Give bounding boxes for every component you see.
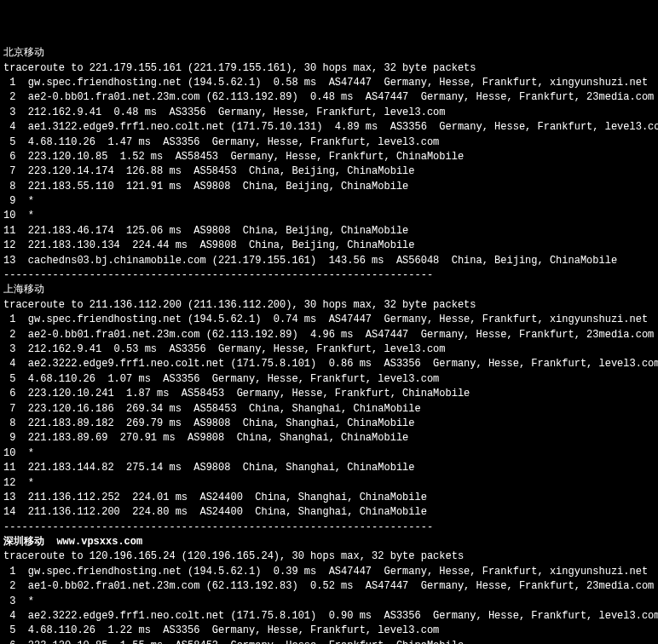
hop-line: 3 212.162.9.41 0.53 ms AS3356 Germany, H…: [3, 342, 655, 357]
hop-line: 1 gw.spec.friendhosting.net (194.5.62.1)…: [3, 565, 655, 579]
hop-line: 8 221.183.55.110 121.91 ms AS9808 China,…: [3, 180, 655, 194]
hop-line: 13 cachedns03.bj.chinamobile.com (221.17…: [3, 254, 655, 268]
hop-line: 6 223.120.10.241 1.87 ms AS58453 Germany…: [3, 387, 655, 401]
hop-line: 10 *: [3, 209, 655, 223]
hop-line: 9 *: [3, 194, 655, 209]
hop-line: 3 *: [3, 595, 655, 609]
terminal-output: 北京移动traceroute to 221.179.155.161 (221.1…: [3, 46, 655, 644]
hop-line: 4 ae2.3222.edge9.frf1.neo.colt.net (171.…: [3, 609, 655, 624]
hop-line: 6 223.120.10.85 1.52 ms AS58453 Germany,…: [3, 150, 655, 164]
hop-line: 7 223.120.14.174 126.88 ms AS58453 China…: [3, 164, 655, 179]
hop-line: 2 ae1-0.bb02.fra01.net.23m.com (62.113.1…: [3, 579, 655, 594]
hop-line: 2 ae2-0.bb01.fra01.net.23m.com (62.113.1…: [3, 90, 655, 105]
hop-line: 7 223.120.16.186 269.34 ms AS58453 China…: [3, 402, 655, 417]
traceroute-header: traceroute to 221.179.155.161 (221.179.1…: [3, 61, 655, 76]
hop-line: 2 ae2-0.bb01.fra01.net.23m.com (62.113.1…: [3, 328, 655, 342]
hop-line: 5 4.68.110.26 1.22 ms AS3356 Germany, He…: [3, 624, 655, 638]
hop-line: 12 *: [3, 476, 655, 491]
separator: ----------------------------------------…: [3, 520, 655, 535]
section-title: 北京移动: [3, 46, 655, 60]
hop-line: 5 4.68.110.26 1.47 ms AS3356 Germany, He…: [3, 135, 655, 150]
hop-line: 1 gw.spec.friendhosting.net (194.5.62.1)…: [3, 313, 655, 327]
hop-line: 14 211.136.112.200 224.80 ms AS24400 Chi…: [3, 505, 655, 520]
hop-line: 4 ae1.3122.edge9.frf1.neo.colt.net (171.…: [3, 120, 655, 135]
hop-line: 11 221.183.46.174 125.06 ms AS9808 China…: [3, 224, 655, 239]
section-title: 深圳移动 www.vpsxxs.com: [3, 535, 655, 549]
hop-line: 4 ae2.3222.edge9.frf1.neo.colt.net (171.…: [3, 357, 655, 371]
hop-line: 13 211.136.112.252 224.01 ms AS24400 Chi…: [3, 491, 655, 505]
separator: ----------------------------------------…: [3, 268, 655, 283]
traceroute-header: traceroute to 120.196.165.24 (120.196.16…: [3, 549, 655, 564]
hop-line: 8 221.183.89.182 269.79 ms AS9808 China,…: [3, 417, 655, 431]
hop-line: 11 221.183.144.82 275.14 ms AS9808 China…: [3, 461, 655, 475]
section-title: 上海移动: [3, 283, 655, 297]
hop-line: 1 gw.spec.friendhosting.net (194.5.62.1)…: [3, 76, 655, 90]
hop-line: 3 212.162.9.41 0.48 ms AS3356 Germany, H…: [3, 106, 655, 120]
hop-line: 9 221.183.89.69 270.91 ms AS9808 China, …: [3, 431, 655, 446]
traceroute-header: traceroute to 211.136.112.200 (211.136.1…: [3, 298, 655, 313]
hop-line: 5 4.68.110.26 1.07 ms AS3356 Germany, He…: [3, 372, 655, 387]
hop-line: 10 *: [3, 446, 655, 461]
hop-line: 6 223.120.10.85 1.55 ms AS58453 Germany,…: [3, 639, 655, 644]
hop-line: 12 221.183.130.134 224.44 ms AS9808 Chin…: [3, 239, 655, 253]
